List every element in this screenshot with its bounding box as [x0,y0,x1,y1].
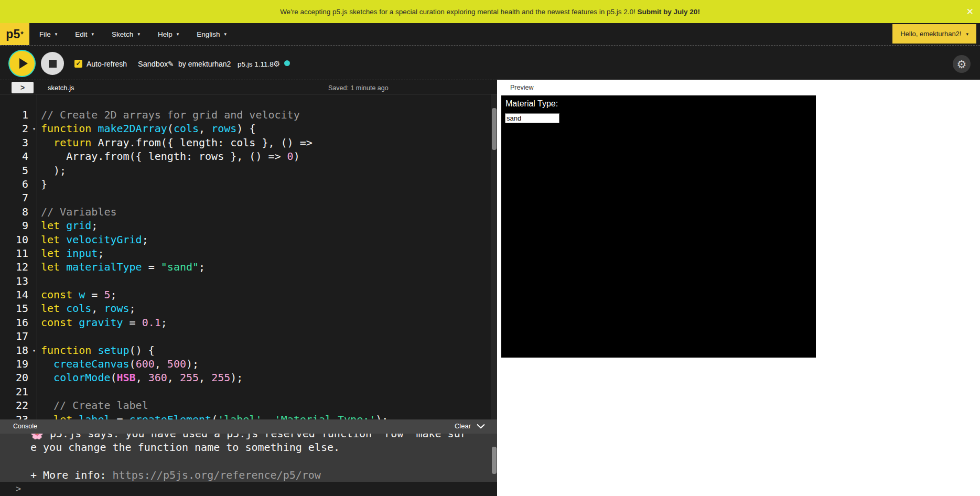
chevron-down-icon: ▾ [966,31,968,37]
code-text: colorMode(HSB, 360, 255, 255); [37,371,243,384]
code-text: let grid; [37,219,98,232]
code-text: let materialType = "sand"; [37,260,205,274]
reference-link[interactable]: https://p5js.org/reference/p5/row [113,469,321,481]
line-number: 13 [0,274,37,288]
code-text [37,274,41,288]
status-dot [284,60,290,66]
code-line[interactable]: 18▾function setup() { [0,343,497,357]
console-scrollbar-thumb[interactable] [492,447,497,474]
console-output: 🌸 p5.js says: you have used a p5.js rese… [0,434,497,482]
code-text: let label = createElement('label', 'Mate… [37,413,388,419]
code-text [37,385,41,398]
console-line: 🌸 p5.js says: you have used a p5.js rese… [30,434,497,440]
p5-logo[interactable]: p5* [0,23,29,45]
material-type-input[interactable] [505,113,559,123]
code-line[interactable]: 4 Array.from({ length: rows }, () => 0) [0,149,497,163]
code-text: // Create label [37,398,148,412]
line-number: 21 [0,385,37,398]
user-menu-button[interactable]: Hello, emekturhan2! ▾ [892,24,976,44]
console-line: e you change the function name to someth… [30,440,497,454]
code-line[interactable]: 5 ); [0,164,497,177]
menu-label: Edit [75,30,87,38]
sketch-canvas[interactable]: Material Type: [501,95,816,358]
code-line[interactable]: 2▾function make2DArray(cols, rows) { [0,122,497,135]
code-line[interactable]: 1// Create 2D arrays for grid and veloci… [0,108,497,122]
line-number: 11 [0,246,37,260]
code-text: const w = 5; [37,288,117,301]
auto-refresh-label: Auto-refresh [87,60,127,68]
prompt-chevron-icon: > [16,483,21,494]
menu-label: File [39,30,51,38]
code-line[interactable]: 20 colorMode(HSB, 360, 255, 255); [0,371,497,384]
menu-edit[interactable]: Edit▾ [66,23,103,45]
code-text: Array.from({ length: rows }, () => 0) [37,149,300,163]
menu-help[interactable]: Help▾ [149,23,188,45]
code-line[interactable]: 7 [0,191,497,204]
settings-button[interactable]: ⚙ [953,55,971,73]
line-number: 14 [0,288,37,301]
console-title: Console [13,423,37,430]
code-text: // Variables [37,205,117,219]
code-text: let input; [37,246,104,260]
version-label: p5.js 1.11.8 [238,60,274,68]
menu-label: Help [158,30,173,38]
code-lines: 1// Create 2D arrays for grid and veloci… [0,94,497,419]
code-line[interactable]: 10let velocityGrid; [0,233,497,246]
project-name: Sandbox [138,60,168,68]
code-text: let cols, rows; [37,301,136,315]
code-text: // Create 2D arrays for grid and velocit… [37,108,300,122]
code-line[interactable]: 8// Variables [0,205,497,219]
console-prompt[interactable]: > [0,482,497,496]
code-line[interactable]: 21 [0,385,497,398]
editor-scrollbar-thumb[interactable] [492,108,497,150]
code-line[interactable]: 15let cols, rows; [0,301,497,315]
menu-sketch[interactable]: Sketch▾ [103,23,149,45]
line-number: 5 [0,164,37,177]
code-line[interactable]: 22 // Create label [0,398,497,412]
fold-arrow-icon[interactable]: ▾ [33,344,36,358]
code-text: createCanvas(600, 500); [37,357,199,371]
editor-header: > sketch.js Saved: 1 minute ago [0,80,497,94]
auto-refresh-checkbox[interactable]: ✓ [74,60,82,68]
code-line[interactable]: 11let input; [0,246,497,260]
stop-button[interactable] [41,52,64,75]
code-line[interactable]: 12let materialType = "sand"; [0,260,497,274]
code-line[interactable]: 23 let label = createElement('label', 'M… [0,413,497,419]
code-line[interactable]: 9let grid; [0,219,497,232]
chevron-down-icon: ▾ [137,31,140,37]
code-line[interactable]: 17 [0,329,497,343]
code-editor[interactable]: 1// Create 2D arrays for grid and veloci… [0,94,497,419]
code-text [37,191,41,204]
file-tab-sketch-js[interactable]: sketch.js [48,84,74,92]
code-line[interactable]: 16const gravity = 0.1; [0,316,497,329]
console-clear-button[interactable]: Clear [455,422,485,430]
chevron-down-icon: ▾ [177,31,179,37]
line-number: 22 [0,398,37,412]
menu-label: English [197,30,220,38]
code-text: const gravity = 0.1; [37,316,167,329]
gear-icon: ⚙ [957,59,967,70]
chevron-down-icon[interactable] [477,424,485,429]
code-text: ); [37,164,66,177]
saved-status: Saved: 1 minute ago [328,84,389,92]
menu-file[interactable]: File▾ [30,23,66,45]
code-text: function make2DArray(cols, rows) { [37,122,255,135]
play-icon [19,58,28,69]
version-gear-icon[interactable]: ⚙ [273,59,280,69]
line-number: 17 [0,329,37,343]
play-button[interactable] [9,51,35,76]
code-line[interactable]: 6} [0,177,497,191]
code-line[interactable]: 13 [0,274,497,288]
console-header: Console Clear [0,419,497,434]
code-line[interactable]: 3 return Array.from({ length: cols }, ()… [0,136,497,149]
menu-english[interactable]: English▾ [188,23,235,45]
edit-project-name-icon[interactable]: ✎ [168,60,174,68]
code-line[interactable]: 14const w = 5; [0,288,497,301]
line-number: 19 [0,357,37,371]
toolbar: ✓ Auto-refresh Sandbox ✎ by emekturhan2 … [0,45,980,80]
close-icon[interactable]: ✕ [966,7,974,16]
fold-arrow-icon[interactable]: ▾ [33,122,36,136]
sidebar-expand-button[interactable]: > [12,82,34,93]
chevron-down-icon: ▾ [224,31,227,37]
code-line[interactable]: 19 createCanvas(600, 500); [0,357,497,371]
